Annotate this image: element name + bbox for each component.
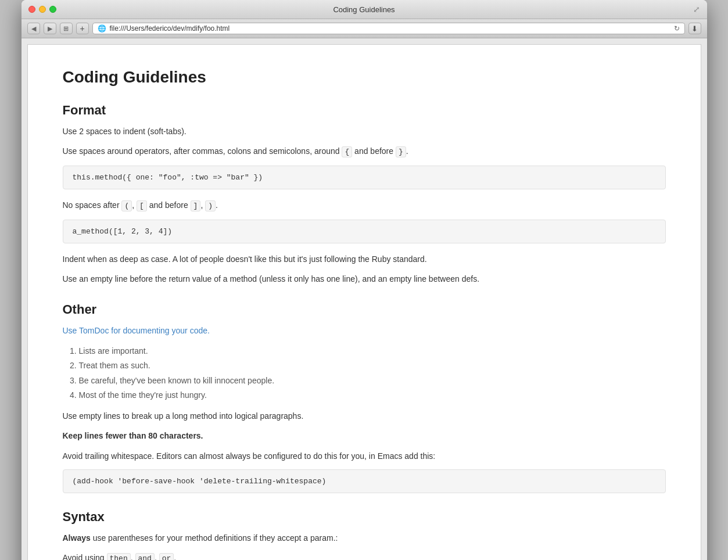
bracket-close: ] xyxy=(191,200,201,211)
format-p5: Use an empty line before the return valu… xyxy=(63,272,666,285)
reload-icon: ↻ xyxy=(674,24,680,33)
always-bold: Always xyxy=(63,533,91,543)
code-block-2: a_method([1, 2, 3, 4]) xyxy=(63,220,666,243)
brace-open: { xyxy=(342,146,352,157)
window-title: Coding Guidelines xyxy=(333,5,395,14)
format-p1: Use 2 spaces to indent (soft-tabs). xyxy=(63,125,666,138)
new-tab-button[interactable]: + xyxy=(76,23,89,34)
minimize-button[interactable] xyxy=(39,6,46,13)
browser-window: Coding Guidelines ⤢ ◀ ▶ ⊞ + 🌐 file:///Us… xyxy=(21,0,707,560)
other-p3: Avoid trailing whitespace. Editors can a… xyxy=(63,450,666,462)
list-item: Be careful, they've been known to kill i… xyxy=(79,374,666,388)
list-item: Lists are important. xyxy=(79,344,666,358)
page-content: Coding Guidelines Format Use 2 spaces to… xyxy=(27,44,701,560)
tomdoc-link[interactable]: Use TomDoc for documenting your code. xyxy=(63,326,210,335)
ordered-list: Lists are important. Treat them as such.… xyxy=(63,344,666,403)
forward-button[interactable]: ▶ xyxy=(44,23,56,34)
format-p2: Use spaces around operators, after comma… xyxy=(63,145,666,159)
section-heading-format: Format xyxy=(63,103,666,118)
or-code: or xyxy=(159,553,174,560)
syntax-p1: Always use parentheses for your method d… xyxy=(63,532,666,544)
url-display: file:///Users/federico/dev/mdify/foo.htm… xyxy=(110,24,670,33)
back-button[interactable]: ◀ xyxy=(27,23,40,34)
bracket-open: [ xyxy=(137,200,147,211)
paren-close: ) xyxy=(205,200,216,211)
toolbar: ◀ ▶ ⊞ + 🌐 file:///Users/federico/dev/mdi… xyxy=(21,19,707,38)
section-heading-syntax: Syntax xyxy=(63,509,666,525)
fullscreen-button[interactable] xyxy=(49,6,56,13)
address-bar[interactable]: 🌐 file:///Users/federico/dev/mdify/foo.h… xyxy=(92,23,685,34)
and-code: and xyxy=(135,553,155,560)
then-code: then xyxy=(107,553,131,560)
other-p1: Use empty lines to break up a long metho… xyxy=(63,410,666,422)
section-heading-other: Other xyxy=(63,302,666,317)
traffic-lights xyxy=(28,6,56,13)
format-p4: Indent when as deep as case. A lot of pe… xyxy=(63,253,666,265)
title-bar: Coding Guidelines ⤢ xyxy=(21,0,707,19)
brace-close: } xyxy=(396,146,406,157)
list-item: Most of the time they're just hungry. xyxy=(79,388,666,403)
code-block-1: this.method({ one: "foo", :two => "bar" … xyxy=(63,166,666,189)
bookmark-button[interactable]: ⊞ xyxy=(60,23,73,34)
security-icon: 🌐 xyxy=(98,24,106,33)
page-title: Coding Guidelines xyxy=(63,68,666,87)
resize-icon: ⤢ xyxy=(693,5,700,14)
paren-open: ( xyxy=(121,200,132,211)
other-link-para: Use TomDoc for documenting your code. xyxy=(63,324,666,337)
content-area: Coding Guidelines Format Use 2 spaces to… xyxy=(21,38,707,560)
other-p2: Keep lines fewer than 80 characters. xyxy=(63,429,666,442)
format-p3: No spaces after (, [ and before ], ). xyxy=(63,199,666,213)
list-item: Treat them as such. xyxy=(79,358,666,373)
syntax-p2: Avoid using then, and, or. xyxy=(63,551,666,560)
code-block-3: (add-hook 'before-save-hook 'delete-trai… xyxy=(63,469,666,493)
keep-lines-bold: Keep lines fewer than 80 characters. xyxy=(63,431,203,440)
downloads-button[interactable]: ⬇ xyxy=(688,23,701,34)
close-button[interactable] xyxy=(28,6,35,13)
